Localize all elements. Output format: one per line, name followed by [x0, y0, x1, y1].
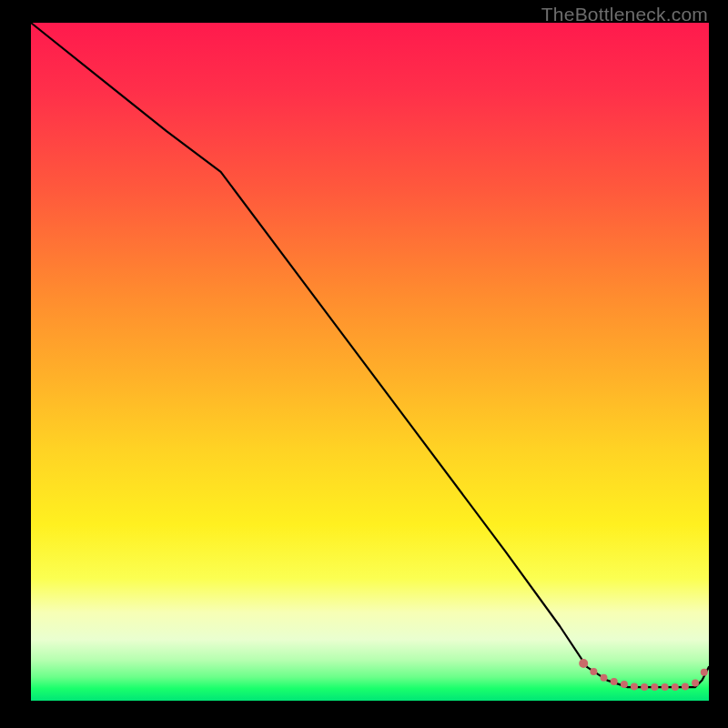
- curve-line: [31, 23, 709, 687]
- highlight-marker: [692, 680, 699, 687]
- highlight-marker: [651, 683, 658, 691]
- highlight-marker: [701, 669, 708, 676]
- chart-frame: TheBottleneck.com: [0, 0, 728, 728]
- highlight-marker: [672, 683, 679, 691]
- highlight-marker: [641, 683, 648, 691]
- bottleneck-curve-path: [31, 23, 709, 687]
- highlight-marker: [601, 674, 608, 682]
- highlight-marker: [662, 683, 669, 691]
- highlight-marker: [631, 682, 638, 690]
- highlight-marker: [682, 682, 689, 690]
- highlight-marker: [621, 681, 628, 688]
- highlight-marker: [579, 659, 588, 668]
- highlight-marker: [590, 668, 597, 675]
- highlight-marker: [611, 678, 618, 685]
- chart-svg: [31, 23, 709, 701]
